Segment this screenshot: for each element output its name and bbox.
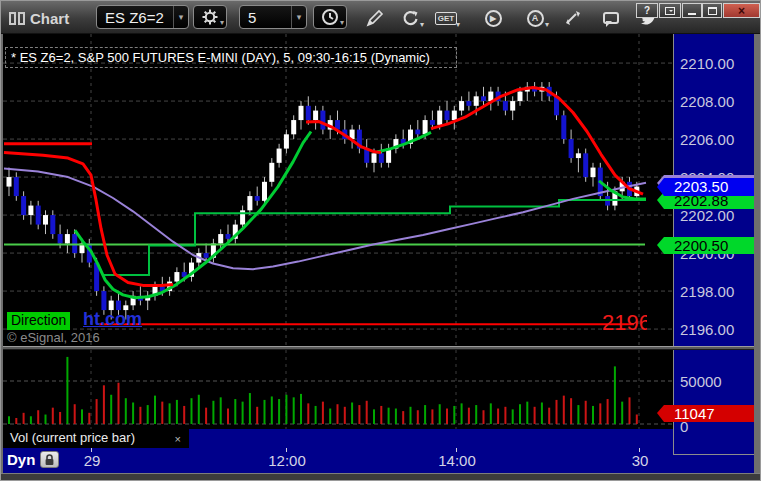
- send-arrows-icon: [564, 9, 582, 27]
- volume-bar: [497, 409, 499, 424]
- volume-bar: [373, 409, 375, 424]
- draw-tool-button[interactable]: [363, 8, 385, 28]
- volume-bar: [636, 414, 638, 424]
- replay-button[interactable]: ▶: [482, 8, 504, 28]
- chevron-down-icon: ▾: [545, 20, 549, 29]
- get-data-button[interactable]: GET ▾: [435, 8, 457, 28]
- volume-bar: [88, 413, 90, 424]
- symbol-combo[interactable]: ES Z6=2 ▾: [96, 5, 189, 29]
- maximize-button[interactable]: [702, 3, 722, 18]
- volume-bar: [351, 403, 353, 425]
- close-icon: ×: [738, 4, 745, 18]
- price-axis-label: 2202.00: [680, 207, 734, 224]
- candle-body: [591, 168, 596, 178]
- dyn-mode-button[interactable]: Dyn: [7, 451, 35, 468]
- chevron-down-icon: ▾: [456, 20, 460, 29]
- close-icon[interactable]: ×: [175, 430, 181, 448]
- volume-bar: [446, 409, 448, 424]
- help-icon: ?: [644, 5, 650, 16]
- chevron-down-icon[interactable]: ▾: [291, 6, 306, 28]
- volume-bar: [629, 397, 631, 424]
- clock-icon: [321, 8, 339, 26]
- help-button[interactable]: ?: [636, 3, 658, 18]
- candle-body: [255, 196, 260, 201]
- volume-bar: [577, 405, 579, 424]
- volume-bar: [205, 408, 207, 424]
- candle-body: [101, 291, 106, 310]
- chart-panes-icon: [9, 12, 25, 25]
- candle-body: [452, 111, 457, 121]
- volume-bar: [614, 366, 616, 424]
- alerts-button[interactable]: A ▾: [524, 8, 546, 28]
- time-axis[interactable]: Dyn 2912:0014:0030: [3, 448, 754, 473]
- chat-button[interactable]: [600, 8, 622, 28]
- maximize-icon: [708, 7, 717, 15]
- candle-body: [430, 120, 435, 125]
- volume-bar: [548, 408, 550, 424]
- candle-body: [518, 92, 523, 102]
- interval-combo[interactable]: 5 ▾: [239, 5, 307, 29]
- reload-chart-button[interactable]: ▾: [399, 8, 421, 28]
- volume-bar: [176, 400, 178, 424]
- volume-bar: [483, 410, 485, 424]
- candle-body: [28, 206, 33, 216]
- candle-body: [299, 106, 304, 120]
- candle-body: [510, 101, 515, 111]
- volume-bar: [424, 405, 426, 424]
- reload-icon: [401, 9, 420, 28]
- volume-canvas[interactable]: [3, 350, 673, 429]
- volume-bar: [344, 407, 346, 424]
- volume-bar: [59, 412, 61, 424]
- red-ma-line: [4, 152, 173, 285]
- red-line-price-label: 2196: [602, 310, 647, 334]
- volume-bar: [191, 398, 193, 424]
- time-template-button[interactable]: ▾: [313, 5, 347, 29]
- close-button[interactable]: ×: [723, 3, 760, 18]
- window-frame-bottom: [1, 473, 761, 481]
- volume-bar: [607, 399, 609, 424]
- volume-bar: [570, 398, 572, 424]
- volume-bar: [161, 402, 163, 424]
- candle-body: [481, 96, 486, 101]
- price-axis-label: 2208.00: [680, 93, 734, 110]
- candle-body: [14, 177, 19, 196]
- symbol-settings-button[interactable]: ▾: [193, 5, 227, 29]
- panel-button[interactable]: [659, 3, 681, 18]
- get-icon: GET: [435, 12, 457, 25]
- volume-bar: [139, 407, 141, 424]
- price-chart-pane[interactable]: [3, 34, 673, 346]
- chart-header[interactable]: * ES Z6=2, S&P 500 FUTURES E-MINI (DAY),…: [5, 47, 457, 68]
- axis-corner-line: [673, 454, 754, 455]
- gear-icon: [201, 8, 219, 26]
- volume-bar: [512, 409, 514, 424]
- interval-value: 5: [240, 9, 291, 26]
- candle-body: [284, 134, 289, 148]
- candle-body: [269, 163, 274, 182]
- share-button[interactable]: [562, 8, 584, 28]
- volume-bar: [519, 404, 521, 424]
- volume-bar: [227, 409, 229, 424]
- volume-bar: [15, 418, 17, 424]
- window-title: Chart: [9, 9, 69, 27]
- volume-pane[interactable]: [3, 350, 673, 429]
- time-axis-label: 30: [632, 452, 649, 469]
- volume-bar: [198, 395, 200, 424]
- chat-bubble-icon: [603, 12, 619, 24]
- volume-bar: [388, 408, 390, 424]
- volume-bar: [23, 413, 25, 424]
- volume-bar: [103, 385, 105, 424]
- volume-bar: [322, 402, 324, 424]
- pane-divider[interactable]: [3, 346, 754, 350]
- minimize-button[interactable]: [682, 3, 702, 18]
- tab-volume-study[interactable]: Vol (current price bar) ×: [3, 429, 189, 448]
- lock-button[interactable]: [40, 451, 59, 468]
- volume-bar: [329, 409, 331, 424]
- volume-bar: [461, 403, 463, 424]
- volume-bar: [81, 409, 83, 424]
- candle-body: [58, 234, 63, 244]
- candle-body: [277, 149, 282, 163]
- chevron-down-icon: ▾: [340, 18, 344, 27]
- candlestick-canvas[interactable]: [3, 34, 673, 346]
- volume-bar: [410, 407, 412, 424]
- chevron-down-icon[interactable]: ▾: [173, 6, 188, 28]
